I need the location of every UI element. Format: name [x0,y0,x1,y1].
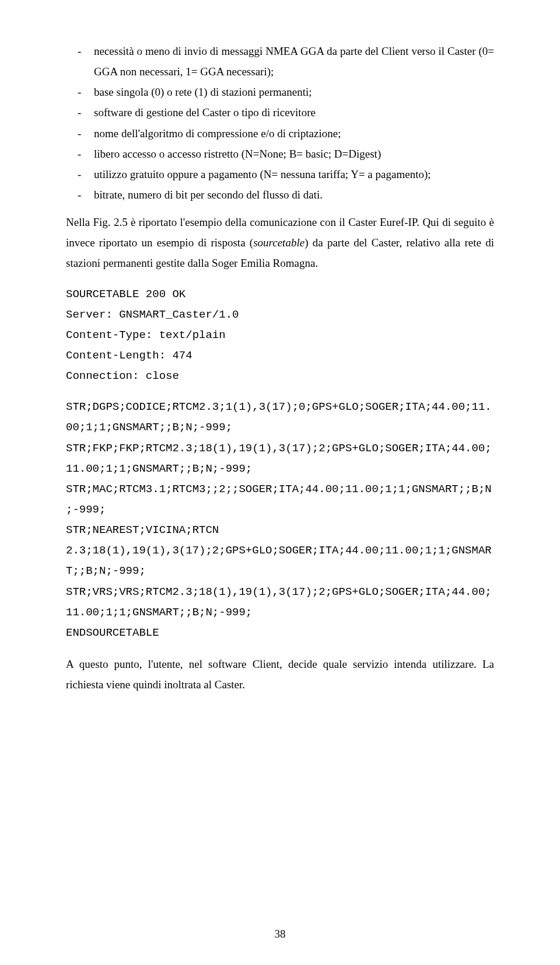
list-item: - utilizzo gratuito oppure a pagamento (… [66,164,494,184]
code-line: Content-Length: 474 [66,346,494,366]
list-item-text: software di gestione del Caster o tipo d… [94,102,494,123]
list-item-text: necessità o meno di invio di messaggi NM… [94,41,494,82]
code-line: STR;DGPS;CODICE;RTCM2.3;1(1),3(17);0;GPS… [66,397,494,438]
code-line: STR;VRS;VRS;RTCM2.3;18(1),19(1),3(17);2;… [66,582,494,623]
list-item: - bitrate, numero di bit per secondo del… [66,184,494,205]
code-line: ENDSOURCETABLE [66,623,494,643]
bullet-dash-icon: - [66,123,94,144]
list-item: - necessità o meno di invio di messaggi … [66,41,494,82]
code-line: Server: GNSMART_Caster/1.0 [66,305,494,325]
code-line: STR;FKP;FKP;RTCM2.3;18(1),19(1),3(17);2;… [66,438,494,479]
list-item: - base singola (0) o rete (1) di stazion… [66,82,494,102]
paragraph-intro: Nella Fig. 2.5 è riportato l'esempio del… [66,212,494,273]
list-item-text: libero accesso o accesso ristretto (N=No… [94,144,494,164]
document-page: - necessità o meno di invio di messaggi … [0,0,560,965]
list-item: - nome dell'algoritmo di compressione e/… [66,123,494,144]
para-italic: sourcetable [253,236,304,249]
code-line: STR;NEAREST;VICINA;RTCN 2.3;18(1),19(1),… [66,520,494,581]
list-item-text: base singola (0) o rete (1) di stazioni … [94,82,494,102]
code-line: Content-Type: text/plain [66,325,494,346]
bullet-dash-icon: - [66,144,94,164]
code-block-headers: SOURCETABLE 200 OK Server: GNSMART_Caste… [66,284,494,387]
list-item: - libero accesso o accesso ristretto (N=… [66,144,494,164]
bullet-dash-icon: - [66,164,94,184]
code-block-sourcetable: STR;DGPS;CODICE;RTCM2.3;1(1),3(17);0;GPS… [66,397,494,643]
list-item-text: nome dell'algoritmo di compressione e/o … [94,123,494,144]
page-number: 38 [0,928,560,940]
bullet-dash-icon: - [66,41,94,82]
list-item-text: bitrate, numero di bit per secondo del f… [94,184,494,205]
bullet-dash-icon: - [66,102,94,123]
list-item: - software di gestione del Caster o tipo… [66,102,494,123]
bullet-list: - necessità o meno di invio di messaggi … [66,41,494,205]
code-line: Connection: close [66,366,494,386]
code-line: SOURCETABLE 200 OK [66,284,494,305]
list-item-text: utilizzo gratuito oppure a pagamento (N=… [94,164,494,184]
bullet-dash-icon: - [66,184,94,205]
bullet-dash-icon: - [66,82,94,102]
paragraph-closing: A questo punto, l'utente, nel software C… [66,654,494,695]
code-line: STR;MAC;RTCM3.1;RTCM3;;2;;SOGER;ITA;44.0… [66,479,494,520]
